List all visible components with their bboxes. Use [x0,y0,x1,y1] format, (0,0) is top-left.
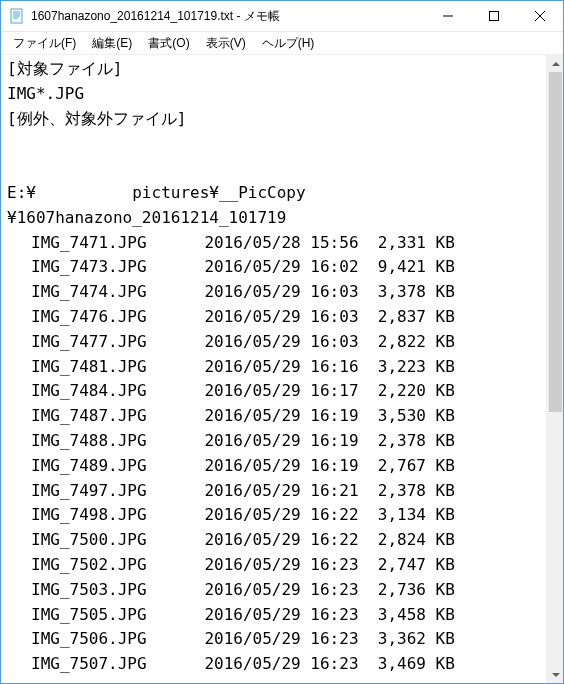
text-line: [例外、対象外ファイル] [7,107,540,132]
close-button[interactable] [517,1,563,31]
svg-marker-10 [552,673,560,677]
file-row: IMG_7505.JPG 2016/05/29 16:23 3,458 KB [7,603,540,628]
file-row: IMG_7474.JPG 2016/05/29 16:03 3,378 KB [7,280,540,305]
file-row: IMG_7497.JPG 2016/05/29 16:21 2,378 KB [7,479,540,504]
content-wrap: [対象ファイル]IMG*.JPG[例外、対象外ファイル] E:¥ picture… [1,54,563,683]
file-row: IMG_7476.JPG 2016/05/29 16:03 2,837 KB [7,305,540,330]
file-row: IMG_7498.JPG 2016/05/29 16:22 3,134 KB [7,503,540,528]
file-row: IMG_7489.JPG 2016/05/29 16:19 2,767 KB [7,454,540,479]
file-row: IMG_7507.JPG 2016/05/29 16:23 3,469 KB [7,652,540,677]
text-line: E:¥ pictures¥__PicCopy [7,181,540,206]
scroll-thumb[interactable] [549,72,562,412]
file-row: IMG_7488.JPG 2016/05/29 16:19 2,378 KB [7,429,540,454]
menubar: ファイル(F) 編集(E) 書式(O) 表示(V) ヘルプ(H) [1,32,563,54]
maximize-button[interactable] [471,1,517,31]
file-row: IMG_7503.JPG 2016/05/29 16:23 2,736 KB [7,578,540,603]
minimize-button[interactable] [425,1,471,31]
svg-marker-9 [552,62,560,66]
file-row: IMG_7477.JPG 2016/05/29 16:03 2,822 KB [7,330,540,355]
svg-rect-6 [490,12,499,21]
notepad-window: 1607hanazono_20161214_101719.txt - メモ帳 フ… [0,0,564,684]
menu-edit[interactable]: 編集(E) [84,33,140,54]
text-line: ¥1607hanazono_20161214_101719 [7,206,540,231]
file-row: IMG_7484.JPG 2016/05/29 16:17 2,220 KB [7,379,540,404]
window-title: 1607hanazono_20161214_101719.txt - メモ帳 [31,8,280,25]
file-row: IMG_7500.JPG 2016/05/29 16:22 2,824 KB [7,528,540,553]
file-row: IMG_7487.JPG 2016/05/29 16:19 3,530 KB [7,404,540,429]
text-line: IMG*.JPG [7,82,540,107]
titlebar[interactable]: 1607hanazono_20161214_101719.txt - メモ帳 [1,1,563,32]
file-row: IMG_7506.JPG 2016/05/29 16:23 3,362 KB [7,627,540,652]
file-row: IMG_7481.JPG 2016/05/29 16:16 3,223 KB [7,355,540,380]
scroll-down-arrow[interactable] [547,666,564,683]
menu-view[interactable]: 表示(V) [198,33,254,54]
scroll-up-arrow[interactable] [547,55,564,72]
text-line [7,156,540,181]
menu-help[interactable]: ヘルプ(H) [254,33,323,54]
file-row: IMG_7471.JPG 2016/05/28 15:56 2,331 KB [7,231,540,256]
file-row: IMG_7502.JPG 2016/05/29 16:23 2,747 KB [7,553,540,578]
notepad-icon [9,8,25,24]
text-line: [対象ファイル] [7,57,540,82]
vertical-scrollbar[interactable] [546,55,563,683]
menu-file[interactable]: ファイル(F) [5,33,84,54]
file-row: IMG_7473.JPG 2016/05/29 16:02 9,421 KB [7,255,540,280]
text-area[interactable]: [対象ファイル]IMG*.JPG[例外、対象外ファイル] E:¥ picture… [1,55,546,683]
menu-format[interactable]: 書式(O) [140,33,197,54]
text-line [7,131,540,156]
